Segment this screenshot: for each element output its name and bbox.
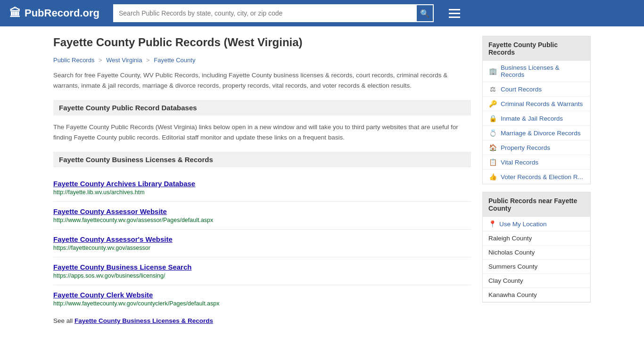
nearby-label: Clay County xyxy=(488,277,523,284)
category-label: Inmate & Jail Records xyxy=(501,115,563,122)
category-label: Criminal Records & Warrants xyxy=(501,100,583,107)
nearby-item[interactable]: Summers County xyxy=(483,260,590,274)
nearby-label: Kanawha County xyxy=(488,291,537,298)
record-url: http://www.fayettecounty.wv.gov/assessor… xyxy=(53,217,471,223)
record-link[interactable]: Fayette County Assessor Website xyxy=(53,207,167,215)
menu-button[interactable] xyxy=(447,7,462,20)
category-label: Property Records xyxy=(501,144,550,151)
category-label: Vital Records xyxy=(501,159,538,166)
intro-text: Search for free Fayette County, WV Publi… xyxy=(53,70,471,90)
nearby-label: Summers County xyxy=(488,263,537,270)
site-logo[interactable]: 🏛 PubRecord.org xyxy=(9,7,104,20)
category-icon: 🔑 xyxy=(488,100,497,107)
category-icon: 🏠 xyxy=(488,144,497,151)
category-icon: 📋 xyxy=(488,158,497,166)
record-link[interactable]: Fayette County Business License Search xyxy=(53,263,191,271)
sidebar-nearby: 📍Use My LocationRaleigh CountyNicholas C… xyxy=(483,217,590,302)
record-title: Fayette County Archives Library Database xyxy=(53,180,471,188)
breadcrumb-sep-2: > xyxy=(146,57,150,64)
sidebar-public-records-header: Fayette County Public Records xyxy=(483,36,590,61)
breadcrumb-west-virginia[interactable]: West Virginia xyxy=(106,57,142,64)
record-title: Fayette County Assessor's Website xyxy=(53,235,471,243)
search-button[interactable]: 🔍 xyxy=(416,4,434,22)
record-entry: Fayette County Archives Library Database… xyxy=(53,174,471,202)
logo-icon: 🏛 xyxy=(9,7,21,20)
see-all: See all Fayette County Business Licenses… xyxy=(53,317,471,324)
records-list: Fayette County Archives Library Database… xyxy=(53,174,471,313)
content-wrapper: Fayette County Public Records (West Virg… xyxy=(44,26,600,334)
record-entry: Fayette County Assessor's Website https:… xyxy=(53,230,471,257)
nearby-item[interactable]: Raleigh County xyxy=(483,231,590,246)
nearby-label: Use My Location xyxy=(499,221,547,228)
nearby-label: Nicholas County xyxy=(488,249,535,256)
sidebar-category-item[interactable]: 📋 Vital Records xyxy=(483,155,590,170)
record-link[interactable]: Fayette County Assessor's Website xyxy=(53,235,173,243)
sidebar-nearby-box: Public Records near Fayette County 📍Use … xyxy=(482,192,591,303)
sidebar-category-item[interactable]: 👍 Voter Records & Election R... xyxy=(483,170,590,184)
search-input[interactable] xyxy=(113,4,416,22)
breadcrumb: Public Records > West Virginia > Fayette… xyxy=(53,57,471,64)
category-icon: 🏢 xyxy=(488,67,497,75)
record-url: http://www.fayettecounty.wv.gov/countycl… xyxy=(53,300,471,307)
category-icon: 🔒 xyxy=(488,115,497,122)
breadcrumb-sep-1: > xyxy=(99,57,102,64)
sidebar-category-item[interactable]: 🏢 Business Licenses & Records xyxy=(483,61,590,82)
record-link[interactable]: Fayette County Archives Library Database xyxy=(53,180,195,188)
record-link[interactable]: Fayette County Clerk Website xyxy=(53,291,153,299)
main-content: Fayette County Public Records (West Virg… xyxy=(53,36,471,324)
record-url: http://fayette.lib.wv.us/archives.htm xyxy=(53,189,471,196)
record-title: Fayette County Business License Search xyxy=(53,263,471,271)
sidebar-category-item[interactable]: 🏠 Property Records xyxy=(483,140,590,155)
nearby-label: Raleigh County xyxy=(488,235,532,242)
location-pin-icon: 📍 xyxy=(488,220,496,228)
record-url: https://apps.sos.wv.gov/business/licensi… xyxy=(53,272,471,279)
nearby-item[interactable]: Clay County xyxy=(483,274,590,288)
logo-text: PubRecord.org xyxy=(25,7,99,19)
biz-section-header: Fayette County Business Licenses & Recor… xyxy=(53,152,471,167)
sidebar-category-item[interactable]: 💍 Marriage & Divorce Records xyxy=(483,126,590,140)
category-label: Court Records xyxy=(501,86,542,93)
sidebar-category-item[interactable]: 🔒 Inmate & Jail Records xyxy=(483,111,590,126)
page-title: Fayette County Public Records (West Virg… xyxy=(53,36,471,49)
menu-bar-2 xyxy=(449,13,460,14)
record-entry: Fayette County Clerk Website http://www.… xyxy=(53,285,471,313)
category-label: Voter Records & Election R... xyxy=(501,173,583,181)
sidebar-nearby-header: Public Records near Fayette County xyxy=(483,192,590,217)
nearby-item[interactable]: Nicholas County xyxy=(483,246,590,260)
sidebar-public-records-box: Fayette County Public Records 🏢 Business… xyxy=(482,36,591,184)
db-desc: The Fayette County Public Records (West … xyxy=(53,122,471,142)
record-entry: Fayette County Business License Search h… xyxy=(53,257,471,285)
sidebar-category-item[interactable]: 🔑 Criminal Records & Warrants xyxy=(483,97,590,111)
nearby-item[interactable]: 📍Use My Location xyxy=(483,217,590,231)
see-all-prefix: See all xyxy=(53,317,74,324)
breadcrumb-fayette-county[interactable]: Fayette County xyxy=(154,57,195,64)
see-all-link[interactable]: Fayette County Business Licenses & Recor… xyxy=(74,317,213,324)
menu-bar-3 xyxy=(449,16,460,18)
category-icon: 💍 xyxy=(488,129,497,137)
record-title: Fayette County Clerk Website xyxy=(53,291,471,299)
search-container: 🔍 xyxy=(113,4,434,22)
menu-bar-1 xyxy=(449,9,460,10)
db-section-header: Fayette County Public Record Databases xyxy=(53,100,471,115)
site-header: 🏛 PubRecord.org 🔍 xyxy=(0,0,644,26)
search-icon: 🔍 xyxy=(420,9,429,18)
breadcrumb-public-records[interactable]: Public Records xyxy=(53,57,94,64)
nearby-item[interactable]: Kanawha County xyxy=(483,288,590,302)
record-title: Fayette County Assessor Website xyxy=(53,207,471,215)
sidebar: Fayette County Public Records 🏢 Business… xyxy=(482,36,591,324)
category-label: Business Licenses & Records xyxy=(501,64,585,78)
sidebar-categories: 🏢 Business Licenses & Records ⚖ Court Re… xyxy=(483,61,590,184)
sidebar-category-item[interactable]: ⚖ Court Records xyxy=(483,82,590,97)
category-label: Marriage & Divorce Records xyxy=(501,130,581,137)
record-url: https://fayettecounty.wv.gov/assessor xyxy=(53,245,471,251)
category-icon: ⚖ xyxy=(488,85,497,93)
record-entry: Fayette County Assessor Website http://w… xyxy=(53,202,471,230)
category-icon: 👍 xyxy=(488,173,497,181)
